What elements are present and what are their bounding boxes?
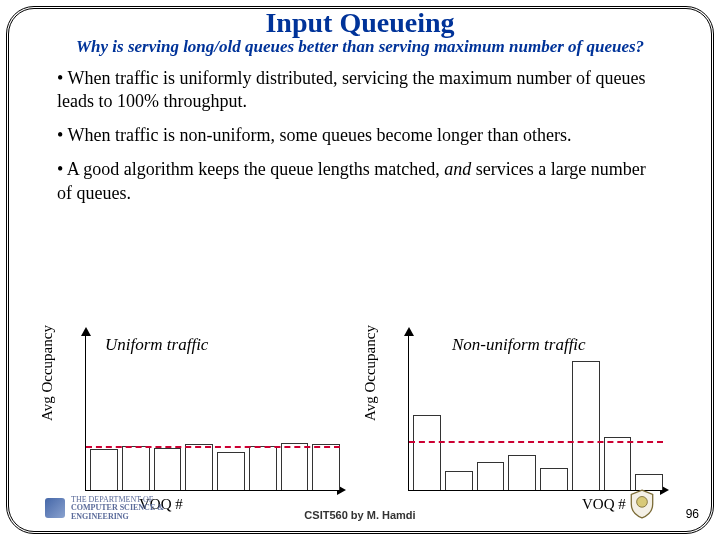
svg-point-0 [637,497,648,508]
bar [185,444,213,490]
bar [572,361,600,490]
slide-title: Input Queueing [9,7,711,39]
charts-row: Uniform traffic Avg Occupancy VOQ # Non-… [49,331,671,491]
chart-title: Uniform traffic [105,335,208,355]
bar [312,444,340,490]
bar [249,446,277,490]
bar [154,448,182,490]
chart-nonuniform: Non-uniform traffic Avg Occupancy VOQ # [372,331,671,491]
page-number: 96 [686,507,699,521]
bullet-1: • When traffic is uniformly distributed,… [57,67,663,115]
bar [477,462,505,490]
bar [635,474,663,490]
bar [217,452,245,490]
bullet-text: When traffic is uniformly distributed, s… [57,68,646,112]
bar [604,437,632,490]
bar [413,415,441,490]
x-axis-label: VOQ # [582,496,626,513]
slide-frame: Input Queueing Why is serving long/old q… [6,6,714,534]
chart-uniform: Uniform traffic Avg Occupancy VOQ # [49,331,348,491]
y-axis-label: Avg Occupancy [362,325,379,421]
plot-area [408,333,663,491]
mean-line [409,441,663,443]
bar [508,455,536,490]
y-axis-label: Avg Occupancy [39,325,56,421]
dept-logo-block: THE DEPARTMENT OF COMPUTER SCIENCE & ENG… [45,496,164,521]
bar [281,443,309,490]
dept-line: ENGINEERING [71,513,164,521]
dept-text: THE DEPARTMENT OF COMPUTER SCIENCE & ENG… [71,496,164,521]
university-crest-icon [629,489,655,519]
chart-title: Non-uniform traffic [452,335,586,355]
slide-subtitle: Why is serving long/old queues better th… [9,37,711,57]
bars-group [409,333,663,490]
bullet-prefix: • [57,68,67,88]
dept-crest-icon [45,498,65,518]
slide-body: • When traffic is uniformly distributed,… [9,57,711,206]
plot-area [85,333,340,491]
bars-group [86,333,340,490]
bar [90,449,118,490]
bar [540,468,568,490]
bullet-italic: and [444,159,471,179]
bullet-2: • When traffic is non-uniform, some queu… [57,124,663,148]
bullet-prefix: • [57,125,67,145]
mean-line [86,446,340,448]
bullet-text: When traffic is non-uniform, some queues… [67,125,571,145]
footer-credit: CSIT560 by M. Hamdi [304,509,415,521]
bar [445,471,473,490]
bullet-prefix: • [57,159,67,179]
bullet-text: A good algorithm keeps the queue lengths… [67,159,444,179]
bar [122,446,150,490]
bullet-3: • A good algorithm keeps the queue lengt… [57,158,663,206]
